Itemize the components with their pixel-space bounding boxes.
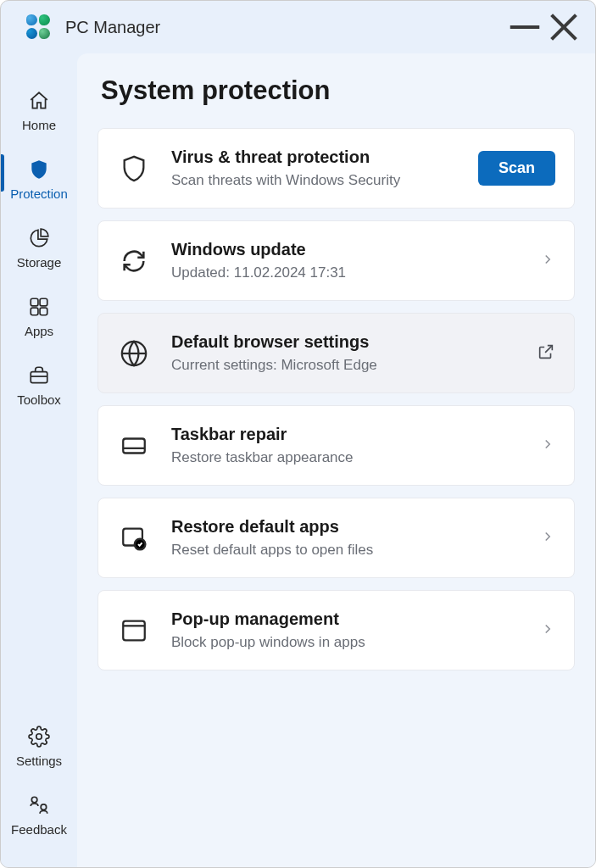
scan-button[interactable]: Scan [478,151,555,186]
sidebar-item-home[interactable]: Home [1,79,77,147]
card-title: Restore default apps [171,517,520,537]
sidebar-item-storage[interactable]: Storage [1,216,77,285]
card-title: Windows update [171,240,520,259]
sidebar-item-label: Protection [10,186,68,201]
shield-outline-icon [117,152,151,186]
card-restore-default-apps[interactable]: Restore default apps Reset default apps … [97,498,575,578]
card-title: Taskbar repair [171,425,520,444]
svg-rect-14 [123,438,145,453]
svg-rect-4 [40,298,47,306]
chevron-right-icon [540,252,555,270]
card-subtitle: Scan threats with Windows Security [171,172,458,189]
card-subtitle: Current settings: Microsoft Edge [171,357,516,374]
chevron-right-icon [540,437,555,455]
card-subtitle: Block pop-up windows in apps [171,634,520,651]
svg-point-11 [41,804,46,810]
external-link-icon [537,342,555,364]
home-icon [27,89,51,113]
sidebar-item-label: Feedback [11,822,67,837]
shield-icon [27,158,51,181]
apps-icon [27,295,51,319]
card-title: Virus & threat protection [171,147,458,167]
svg-rect-6 [40,308,47,315]
card-taskbar-repair[interactable]: Taskbar repair Restore taskbar appearanc… [97,405,575,486]
svg-rect-5 [31,308,38,315]
chevron-right-icon [540,621,555,640]
feedback-icon [27,793,51,817]
sidebar-item-settings[interactable]: Settings [11,715,67,783]
card-subtitle: Reset default apps to open files [171,542,520,559]
sidebar-item-label: Storage [17,255,62,270]
restore-apps-icon [117,521,151,555]
sidebar-item-protection[interactable]: Protection [1,147,77,216]
card-subtitle: Updated: 11.02.2024 17:31 [171,264,520,281]
close-button[interactable] [544,10,583,44]
chevron-right-icon [540,529,555,548]
svg-rect-18 [123,620,145,640]
minimize-button[interactable] [505,10,544,44]
card-title: Pop-up management [171,609,520,629]
sidebar-item-label: Settings [16,754,62,768]
sidebar-item-label: Home [22,118,56,132]
sync-icon [117,244,151,278]
svg-rect-7 [31,372,47,383]
sidebar-item-apps[interactable]: Apps [1,285,77,353]
card-windows-update[interactable]: Windows update Updated: 11.02.2024 17:31 [97,220,575,301]
card-popup-management[interactable]: Pop-up management Block pop-up windows i… [97,590,575,670]
main-panel: System protection Virus & threat protect… [77,53,595,867]
app-title: PC Manager [65,18,505,37]
card-default-browser[interactable]: Default browser settings Current setting… [97,313,575,393]
globe-icon [117,337,151,370]
sidebar-item-toolbox[interactable]: Toolbox [1,353,77,422]
svg-point-10 [31,797,37,803]
card-virus-threat[interactable]: Virus & threat protection Scan threats w… [97,128,575,209]
titlebar: PC Manager [1,1,595,53]
page-title: System protection [101,75,575,106]
window-icon [117,614,151,648]
sidebar-item-label: Toolbox [17,392,61,407]
card-subtitle: Restore taskbar appearance [171,449,520,466]
sidebar-item-feedback[interactable]: Feedback [11,783,67,852]
svg-rect-3 [31,298,38,306]
pie-chart-icon [27,226,51,250]
toolbox-icon [27,364,51,387]
app-logo [26,14,52,40]
taskbar-icon [117,429,151,463]
svg-point-9 [36,734,42,740]
card-title: Default browser settings [171,332,516,352]
sidebar: Home Protection Storage Apps [1,53,77,867]
sidebar-item-label: Apps [25,324,53,338]
gear-icon [27,725,51,748]
